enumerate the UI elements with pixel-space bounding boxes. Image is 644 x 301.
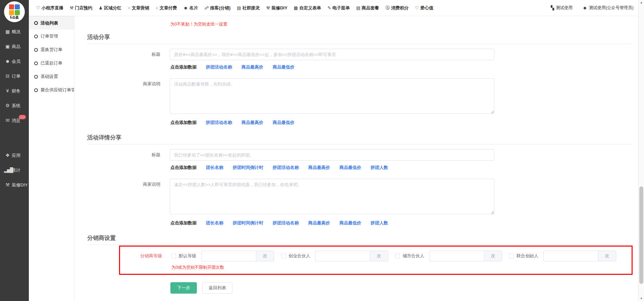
top-nav-item-icon: ♡ bbox=[36, 5, 40, 10]
circle-icon bbox=[34, 35, 38, 38]
secondary-menu-item[interactable]: 聚合供应链订单管理 bbox=[29, 83, 74, 97]
top-nav-item[interactable]: ⚒门店预约 bbox=[70, 5, 93, 11]
data-token-link[interactable]: 团长名称 bbox=[206, 165, 223, 171]
detail-desc-textarea[interactable] bbox=[170, 179, 494, 214]
brand-logo[interactable]: E企盈 bbox=[4, 1, 25, 22]
validation-note-times: 为0或为空则不限制开团次数 bbox=[171, 265, 632, 270]
top-nav-item-label: 小程序直播 bbox=[42, 5, 63, 11]
secondary-menu-label: 活动列表 bbox=[41, 16, 58, 30]
data-token-link[interactable]: 商品最高价 bbox=[308, 165, 330, 171]
data-token-link[interactable]: 商品最低价 bbox=[273, 64, 294, 70]
back-to-list-button[interactable]: 返回列表 bbox=[202, 282, 232, 294]
secondary-menu-item[interactable]: 活动列表 bbox=[29, 16, 74, 30]
top-nav-item[interactable]: ⚒装修DIY bbox=[266, 5, 287, 11]
top-nav-item[interactable]: ♡小程序直播 bbox=[36, 5, 63, 11]
primary-menu-item[interactable]: ▦概况 bbox=[0, 24, 29, 39]
header-account-label: 测试使用(公众号管理员) bbox=[589, 5, 634, 11]
admin-page: E企盈 ▦概况 ▣商品 ☻会员 ⊟订单 ¥财务 bbox=[0, 0, 644, 301]
share-title-input[interactable] bbox=[170, 49, 494, 60]
primary-menu-label: 应用 bbox=[12, 153, 20, 158]
share-desc-textarea[interactable] bbox=[170, 78, 494, 114]
next-step-button[interactable]: 下一步 bbox=[170, 282, 197, 294]
error-highlight-box: 分销商等级 默认等级 次 创业合伙人 bbox=[119, 246, 633, 275]
top-nav-item[interactable]: ○文章营销 bbox=[128, 5, 149, 11]
primary-menu-icon: ⚒ bbox=[4, 177, 10, 192]
primary-menu-item[interactable]: ▣商品 bbox=[0, 39, 29, 54]
top-nav-item[interactable]: ▦自定义表单 bbox=[294, 5, 321, 11]
primary-menu-item[interactable]: ⚙系统 bbox=[0, 98, 29, 113]
data-token-link[interactable]: 商品最高价 bbox=[241, 64, 263, 70]
header-account-item[interactable]: ☻测试使用(公众号管理员) bbox=[583, 5, 634, 11]
level-times-input[interactable] bbox=[429, 251, 484, 261]
primary-menu-icon: ☻ bbox=[4, 54, 10, 69]
level-checkbox[interactable] bbox=[395, 254, 400, 258]
data-token-link[interactable]: 商品最高价 bbox=[241, 120, 263, 126]
scrollbar-thumb[interactable] bbox=[639, 186, 643, 284]
primary-menu-item[interactable]: ☻会员 bbox=[0, 54, 29, 69]
title-field-label: 标题 bbox=[87, 149, 170, 161]
top-nav-item[interactable]: Ⓢ消费积分 bbox=[385, 5, 409, 11]
distributor-level-label: 分销商等级 bbox=[120, 251, 171, 261]
level-checkbox[interactable] bbox=[171, 254, 176, 258]
circle-icon bbox=[34, 21, 38, 25]
top-nav-item[interactable]: ♡爱心值 bbox=[415, 5, 433, 11]
data-token-link[interactable]: 团长名称 bbox=[206, 220, 223, 226]
level-times-input[interactable] bbox=[543, 251, 598, 261]
primary-menu-item[interactable]: ⊟订单 bbox=[0, 69, 29, 83]
primary-menu-item[interactable]: ¥财务 bbox=[0, 83, 29, 98]
top-nav-item-icon: ○ bbox=[156, 5, 158, 10]
top-nav-item-label: 电子面单 bbox=[332, 5, 350, 11]
data-token-link[interactable]: 拼团活动名称 bbox=[273, 165, 299, 171]
top-nav-item-label: 消费积分 bbox=[391, 5, 409, 11]
data-token-link[interactable]: 拼团人数 bbox=[371, 220, 388, 226]
data-token-link[interactable]: 商品最高价 bbox=[308, 220, 330, 226]
secondary-sidebar: 活动列表 订单管理 退换货订单 已退款订单 基础设置 聚合供应链订单管理 bbox=[29, 16, 74, 301]
primary-menu-item[interactable]: ❖应用 bbox=[0, 148, 29, 163]
top-nav-item[interactable]: ✎电子面单 bbox=[327, 5, 350, 11]
header-account-item[interactable]: ▚测试使用 bbox=[551, 5, 573, 11]
top-nav-item[interactable]: ☍推客(分销) bbox=[204, 5, 230, 11]
page-scrollbar[interactable]: ▲ ▼ bbox=[638, 0, 644, 301]
data-token-link[interactable]: 拼团人数 bbox=[371, 165, 388, 171]
top-nav-item-label: 自定义表单 bbox=[299, 5, 321, 11]
primary-menu-item[interactable]: ▂▅█统计 bbox=[0, 163, 29, 177]
top-nav-item[interactable]: ▤商品套餐 bbox=[356, 5, 379, 11]
data-token-link[interactable]: 拼团活动名称 bbox=[273, 220, 299, 226]
header-account-icon: ▚ bbox=[551, 5, 554, 10]
top-nav-item-icon: ♟ bbox=[99, 5, 103, 10]
top-nav-item-icon: ▦ bbox=[294, 5, 298, 10]
top-nav-item[interactable]: ♟区域分红 bbox=[99, 5, 121, 11]
top-nav-item-icon: ♡ bbox=[415, 5, 419, 10]
data-token-link[interactable]: 拼团活动名称 bbox=[206, 64, 232, 70]
section-title-activity-share: 活动分享 bbox=[87, 33, 633, 44]
scroll-up-arrow-icon[interactable]: ▲ bbox=[639, 1, 644, 4]
secondary-menu-item[interactable]: 退换货订单 bbox=[29, 43, 74, 56]
secondary-menu-item[interactable]: 基础设置 bbox=[29, 70, 74, 83]
circle-icon bbox=[34, 48, 38, 52]
level-checkbox[interactable] bbox=[281, 254, 286, 258]
primary-menu-icon: ⊟ bbox=[4, 69, 10, 83]
level-checkbox[interactable] bbox=[509, 254, 514, 258]
data-token-link[interactable]: 拼团活动名称 bbox=[206, 120, 232, 126]
distributor-level-group: 城市合伙人 次 bbox=[395, 251, 502, 261]
add-data-row: 点击添加数据 拼团活动名称商品最高价商品最低价 bbox=[170, 120, 638, 126]
top-nav-item[interactable]: ☻名片 bbox=[183, 5, 198, 11]
data-token-link[interactable]: 拼团时间倒计时 bbox=[233, 220, 263, 226]
primary-menu-item[interactable]: ✉消息 … bbox=[0, 113, 29, 128]
distributor-level-group: 默认等级 次 bbox=[171, 251, 274, 261]
detail-title-input[interactable] bbox=[170, 149, 494, 161]
brand-logo-icon bbox=[9, 4, 20, 15]
data-token-link[interactable]: 商品最低价 bbox=[339, 165, 361, 171]
top-nav-item-label: 爱心值 bbox=[420, 5, 433, 11]
top-nav-item[interactable]: ▤社群接龙 bbox=[237, 5, 260, 11]
primary-menu-item[interactable]: ⚒装修DIY bbox=[0, 177, 29, 192]
secondary-menu-item[interactable]: 订单管理 bbox=[29, 30, 74, 43]
secondary-menu-item[interactable]: 已退款订单 bbox=[29, 56, 74, 70]
level-times-input[interactable] bbox=[201, 251, 256, 261]
data-token-link[interactable]: 拼团时间倒计时 bbox=[233, 165, 263, 171]
data-token-link[interactable]: 商品最低价 bbox=[339, 220, 361, 226]
scroll-down-arrow-icon[interactable]: ▼ bbox=[639, 297, 644, 300]
data-token-link[interactable]: 商品最低价 bbox=[273, 120, 294, 126]
level-times-input[interactable] bbox=[315, 251, 370, 261]
top-nav-item[interactable]: ○文章付费 bbox=[156, 5, 177, 11]
